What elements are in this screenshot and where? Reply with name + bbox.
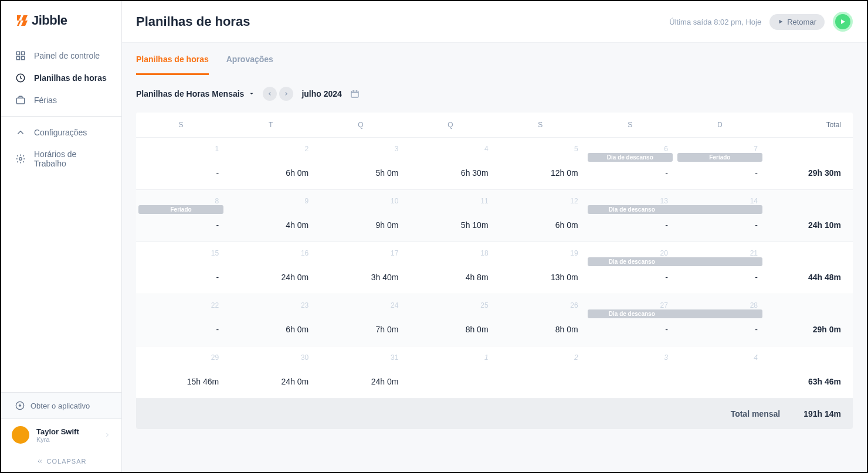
day-number: 26	[503, 301, 578, 309]
nav-vacation[interactable]: Férias	[1, 89, 121, 111]
day-number: 6	[592, 145, 668, 153]
day-header: Q	[405, 113, 495, 137]
view-dropdown[interactable]: Planilhas de Horas Mensais	[136, 89, 255, 98]
resume-button[interactable]: Retomar	[769, 14, 825, 30]
svg-rect-0	[16, 52, 19, 55]
day-value: 9h 0m	[323, 220, 398, 230]
next-month-button[interactable]	[279, 87, 293, 101]
day-number: 19	[503, 249, 578, 257]
day-number: 20	[592, 249, 668, 257]
day-value: -	[592, 325, 668, 334]
day-cell[interactable]: 21Dia de descanso-	[675, 242, 765, 294]
tab-timesheets[interactable]: Planilhas de horas	[136, 55, 209, 75]
day-value: 5h 10m	[412, 220, 488, 230]
day-number: 5	[503, 145, 578, 153]
day-number: 8	[143, 197, 219, 205]
day-number: 4	[412, 145, 488, 153]
nav-schedules[interactable]: Horários de Trabalho	[1, 144, 121, 174]
day-number: 12	[503, 197, 578, 205]
day-cell[interactable]: 14Dia de descanso-	[675, 190, 765, 241]
svg-rect-2	[16, 57, 19, 60]
chevron-up-icon	[15, 127, 26, 138]
main: Planilhas de horas Última saída 8:02 pm,…	[122, 1, 867, 472]
day-cell[interactable]: 1	[405, 346, 495, 398]
day-value: 8h 0m	[412, 325, 488, 334]
day-number: 13	[592, 197, 668, 205]
day-cell[interactable]: 46h 30m	[405, 138, 495, 189]
day-cell[interactable]: 22-	[136, 294, 226, 346]
day-cell[interactable]: 126h 0m	[496, 190, 585, 241]
week-row: 15-1624h 0m173h 40m184h 8m1913h 0m20Dia …	[136, 242, 853, 294]
nav-dashboard[interactable]: Painel de controle	[1, 45, 121, 67]
play-button[interactable]	[833, 12, 853, 32]
day-cell[interactable]: 4	[675, 346, 765, 398]
day-cell[interactable]: 1913h 0m	[496, 242, 585, 294]
day-cell[interactable]: 247h 0m	[316, 294, 405, 346]
get-app-button[interactable]: Obter o aplicativo	[1, 392, 121, 418]
day-cell[interactable]: 184h 8m	[405, 242, 495, 294]
day-cell[interactable]: 35h 0m	[316, 138, 405, 189]
day-cell[interactable]: 173h 40m	[316, 242, 405, 294]
day-cell[interactable]: 28Dia de descanso-	[675, 294, 765, 346]
day-number: 4	[682, 353, 758, 362]
user-profile[interactable]: Taylor Swift Kyra	[1, 418, 121, 451]
day-cell[interactable]: 26h 0m	[226, 138, 316, 189]
day-value: 8h 0m	[503, 325, 578, 334]
svg-point-6	[19, 158, 22, 161]
day-number: 10	[323, 197, 398, 205]
nav-timesheets[interactable]: Planilhas de horas	[1, 67, 121, 89]
day-number: 14	[682, 197, 758, 205]
day-cell[interactable]: 3	[585, 346, 675, 398]
day-value: -	[143, 273, 219, 282]
rest-day-badge: Dia de descanso	[674, 205, 762, 214]
week-total: 63h 46m	[765, 346, 853, 398]
day-cell[interactable]: 2915h 46m	[136, 346, 226, 398]
day-number: 17	[323, 249, 398, 257]
day-cell[interactable]: 6Dia de descanso-	[585, 138, 675, 189]
logo[interactable]: Jibble	[1, 1, 121, 40]
controls: Planilhas de Horas Mensais julho 2024	[122, 75, 867, 113]
download-icon	[15, 401, 25, 410]
day-value: -	[592, 220, 668, 230]
chevron-right-icon	[104, 431, 111, 438]
svg-rect-8	[351, 91, 358, 97]
logo-text: Jibble	[32, 13, 67, 28]
day-cell[interactable]: 109h 0m	[316, 190, 405, 241]
day-cell[interactable]: 258h 0m	[405, 294, 495, 346]
day-cell[interactable]: 2	[496, 346, 585, 398]
day-cell[interactable]: 236h 0m	[226, 294, 316, 346]
prev-month-button[interactable]	[263, 87, 277, 101]
calendar-icon[interactable]	[350, 89, 360, 98]
rest-day-badge: Dia de descanso	[674, 257, 762, 266]
day-number: 3	[323, 145, 398, 153]
day-cell[interactable]: 115h 10m	[405, 190, 495, 241]
day-cell[interactable]: 20Dia de descanso-	[585, 242, 675, 294]
day-number: 1	[412, 353, 488, 362]
day-cell[interactable]: 3024h 0m	[226, 346, 316, 398]
day-cell[interactable]: 8Feriado-	[136, 190, 226, 241]
day-cell[interactable]: 7Feriado-	[675, 138, 765, 189]
day-cell[interactable]: 1624h 0m	[226, 242, 316, 294]
day-value: -	[143, 168, 219, 178]
day-value: 4h 8m	[412, 273, 488, 282]
tab-approvals[interactable]: Aprovações	[226, 55, 273, 75]
week-total: 24h 10m	[765, 190, 853, 241]
day-cell[interactable]: 512h 0m	[496, 138, 585, 189]
week-total: 44h 48m	[765, 242, 853, 294]
day-value: 15h 46m	[143, 377, 219, 386]
day-header: T	[226, 113, 316, 137]
user-name: Taylor Swift	[36, 427, 97, 436]
svg-rect-3	[22, 57, 25, 60]
nav-settings[interactable]: Configurações	[1, 121, 121, 144]
day-cell[interactable]: 15-	[136, 242, 226, 294]
chevron-left-icon	[267, 91, 273, 97]
day-number: 22	[143, 301, 219, 309]
day-cell[interactable]: 27Dia de descanso-	[585, 294, 675, 346]
collapse-button[interactable]: COLAPSAR	[1, 451, 121, 472]
day-cell[interactable]: 94h 0m	[226, 190, 316, 241]
day-cell[interactable]: 1-	[136, 138, 226, 189]
day-cell[interactable]: 268h 0m	[496, 294, 585, 346]
day-cell[interactable]: 3124h 0m	[316, 346, 405, 398]
tabs: Planilhas de horas Aprovações	[122, 43, 867, 75]
day-cell[interactable]: 13Dia de descanso-	[585, 190, 675, 241]
